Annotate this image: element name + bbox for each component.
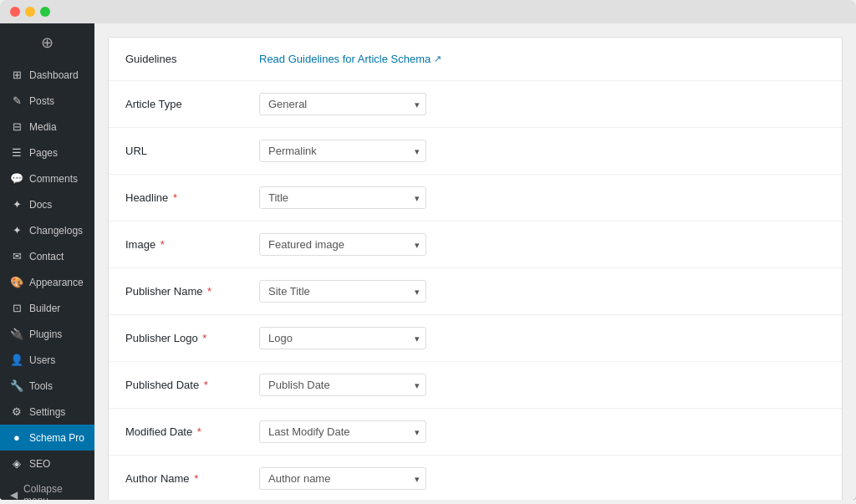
main-content: Guidelines Read Guidelines for Article S… [94,23,856,500]
sidebar-item-plugins[interactable]: 🔌 Plugins [0,321,94,347]
publisher-name-label: Publisher Name * [125,285,259,298]
author-name-control: Author name Custom [259,467,825,490]
sidebar-item-contact[interactable]: ✉ Contact [0,243,94,269]
headline-required: * [170,191,177,204]
sidebar-item-docs[interactable]: ✦ Docs [0,191,94,217]
publisher-logo-required: * [200,332,207,344]
published-date-control: Publish Date Custom Date [259,374,825,396]
modified-date-required: * [194,425,201,438]
publisher-name-select-wrapper: Site Title Custom [259,280,426,303]
guidelines-control: Read Guidelines for Article Schema ↗ [259,53,825,65]
sidebar-item-media[interactable]: ⊟ Media [0,114,94,140]
wordpress-logo: ⊕ [0,23,94,62]
sidebar-item-seo[interactable]: ◈ SEO [0,451,94,476]
close-button[interactable] [10,7,20,17]
tools-icon: 🔧 [10,379,23,392]
headline-control: Title Custom [259,186,825,209]
image-label: Image * [125,238,259,251]
published-date-row: Published Date * Publish Date Custom Dat… [109,362,842,409]
publisher-logo-select[interactable]: Logo Custom [259,327,426,349]
url-control: Permalink Custom URL [259,140,825,162]
schema-pro-icon: ● [10,431,23,444]
image-row: Image * Featured image Custom [109,221,842,268]
article-type-control: General Article NewsArticle BlogPosting [259,93,825,115]
author-name-required: * [191,472,199,485]
headline-label: Headline * [125,191,259,204]
pages-icon: ☰ [10,146,23,159]
publisher-name-required: * [205,285,212,298]
guidelines-link[interactable]: Read Guidelines for Article Schema ↗ [259,53,441,65]
collapse-menu[interactable]: ◀ Collapse menu [0,476,94,500]
sidebar-item-users[interactable]: 👤 Users [0,347,94,373]
seo-icon: ◈ [10,457,23,470]
image-select-wrapper: Featured image Custom [259,233,426,256]
sidebar-item-posts[interactable]: ✎ Posts [0,88,94,114]
settings-icon: ⚙ [10,405,23,418]
publisher-name-select[interactable]: Site Title Custom [259,280,426,303]
sidebar: ⊕ ⊞ Dashboard ✎ Posts ⊟ Media ☰ Pages 💬 … [0,23,94,500]
headline-select-wrapper: Title Custom [259,186,426,209]
publisher-logo-label: Publisher Logo * [125,332,259,344]
article-type-select-wrapper: General Article NewsArticle BlogPosting [259,93,426,115]
publisher-name-row: Publisher Name * Site Title Custom [109,268,842,315]
content-card: Guidelines Read Guidelines for Article S… [108,37,843,500]
contact-icon: ✉ [10,250,23,262]
publisher-logo-row: Publisher Logo * Logo Custom [109,315,842,362]
sidebar-item-appearance[interactable]: 🎨 Appearance [0,269,94,295]
author-name-select-wrapper: Author name Custom [259,467,426,490]
author-name-label: Author Name * [125,472,259,485]
guidelines-label: Guidelines [125,53,259,65]
image-required: * [157,238,165,251]
publisher-name-control: Site Title Custom [259,280,825,303]
external-link-icon: ↗ [434,53,441,64]
users-icon: 👤 [10,354,23,366]
sidebar-item-builder[interactable]: ⊡ Builder [0,295,94,321]
author-name-row: Author Name * Author name Custom [109,456,842,500]
publisher-logo-select-wrapper: Logo Custom [259,327,426,349]
article-type-label: Article Type [125,98,259,110]
modified-date-select-wrapper: Last Modify Date Custom Date [259,420,426,443]
image-control: Featured image Custom [259,233,825,256]
article-type-row: Article Type General Article NewsArticle… [109,81,842,128]
sidebar-item-tools[interactable]: 🔧 Tools [0,373,94,399]
sidebar-item-pages[interactable]: ☰ Pages [0,140,94,165]
collapse-icon: ◀ [10,489,18,500]
guidelines-row: Guidelines Read Guidelines for Article S… [109,38,842,81]
modified-date-row: Modified Date * Last Modify Date Custom … [109,409,842,456]
sidebar-item-comments[interactable]: 💬 Comments [0,165,94,191]
published-date-select-wrapper: Publish Date Custom Date [259,374,426,396]
minimize-button[interactable] [25,7,35,17]
publisher-logo-control: Logo Custom [259,327,825,349]
url-label: URL [125,145,259,157]
modified-date-label: Modified Date * [125,425,259,438]
sidebar-item-schema-pro[interactable]: ● Schema Pro [0,425,94,451]
dashboard-icon: ⊞ [10,69,23,81]
sidebar-item-changelogs[interactable]: ✦ Changelogs [0,217,94,243]
builder-icon: ⊡ [10,302,23,314]
image-select[interactable]: Featured image Custom [259,233,426,256]
url-select-wrapper: Permalink Custom URL [259,140,426,162]
article-type-select[interactable]: General Article NewsArticle BlogPosting [259,93,426,115]
modified-date-select[interactable]: Last Modify Date Custom Date [259,420,426,443]
maximize-button[interactable] [40,7,50,17]
media-icon: ⊟ [10,120,23,133]
plugins-icon: 🔌 [10,328,23,340]
headline-row: Headline * Title Custom [109,175,842,221]
changelogs-icon: ✦ [10,224,23,237]
sidebar-item-dashboard[interactable]: ⊞ Dashboard [0,62,94,88]
published-date-required: * [201,379,208,391]
author-name-select[interactable]: Author name Custom [259,467,426,490]
appearance-icon: 🎨 [10,276,23,288]
sidebar-item-settings[interactable]: ⚙ Settings [0,399,94,425]
url-row: URL Permalink Custom URL [109,128,842,175]
docs-icon: ✦ [10,198,23,211]
url-select[interactable]: Permalink Custom URL [259,140,426,162]
comments-icon: 💬 [10,172,23,185]
headline-select[interactable]: Title Custom [259,186,426,209]
modified-date-control: Last Modify Date Custom Date [259,420,825,443]
posts-icon: ✎ [10,94,23,107]
published-date-label: Published Date * [125,379,259,391]
published-date-select[interactable]: Publish Date Custom Date [259,374,426,396]
